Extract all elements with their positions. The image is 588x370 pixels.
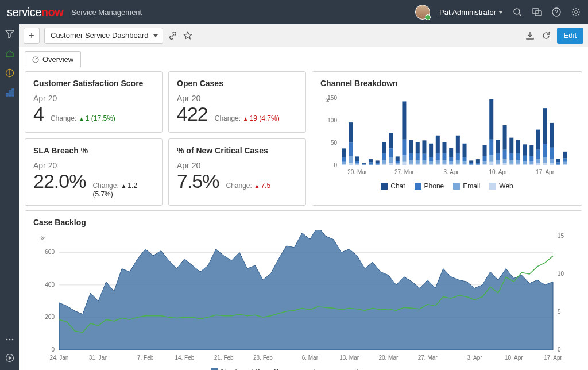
change-label: Change:: [226, 182, 252, 190]
svg-rect-132: [523, 161, 527, 164]
svg-text:10: 10: [558, 271, 564, 277]
dashboard-icon: [32, 56, 39, 63]
svg-rect-81: [436, 153, 440, 160]
card-backlog: Case Backlog 0200400600051015※24. Jan31.…: [25, 210, 582, 370]
svg-rect-73: [422, 154, 426, 161]
kpi-value: 422: [177, 103, 208, 125]
svg-rect-42: [369, 159, 373, 162]
svg-rect-115: [496, 164, 500, 165]
svg-rect-33: [355, 161, 359, 163]
svg-rect-25: [342, 157, 346, 162]
svg-rect-74: [422, 140, 426, 153]
legend-chat: Chat: [390, 182, 405, 190]
svg-rect-95: [463, 164, 467, 165]
svg-text:20. Mar: 20. Mar: [347, 169, 368, 175]
svg-rect-133: [523, 156, 527, 161]
home-icon[interactable]: [5, 48, 15, 59]
user-avatar[interactable]: [415, 5, 430, 20]
svg-rect-84: [442, 160, 446, 164]
svg-rect-118: [496, 140, 500, 153]
svg-rect-24: [342, 162, 346, 164]
settings-icon[interactable]: [571, 7, 581, 17]
link-icon[interactable]: [168, 30, 178, 41]
card-title: Channel Breakdown: [320, 79, 574, 88]
more-icon[interactable]: [5, 334, 15, 345]
svg-text:24. Jan: 24. Jan: [50, 354, 69, 361]
svg-rect-52: [389, 157, 393, 163]
svg-rect-82: [436, 136, 440, 153]
chat-icon[interactable]: [532, 7, 542, 17]
change-label: Change:: [215, 114, 241, 122]
svg-text:?: ?: [555, 9, 558, 16]
play-icon[interactable]: [5, 353, 15, 363]
export-icon[interactable]: [525, 30, 535, 41]
logo: servicenow: [7, 6, 63, 19]
caret-down-icon: [498, 11, 503, 14]
svg-text:100: 100: [327, 117, 337, 124]
top-bar: servicenow Service Management Pat Admini…: [0, 0, 588, 24]
add-button[interactable]: +: [24, 28, 40, 44]
svg-rect-47: [382, 164, 386, 165]
svg-rect-40: [369, 164, 373, 165]
svg-rect-105: [476, 163, 480, 164]
svg-rect-63: [409, 164, 413, 165]
dashboard-select[interactable]: Customer Service Dashboard: [44, 28, 163, 44]
star-icon[interactable]: [183, 30, 193, 41]
svg-rect-97: [463, 157, 467, 161]
delta: 1 (17.5%): [79, 114, 115, 122]
svg-rect-131: [523, 164, 527, 165]
svg-rect-57: [396, 161, 400, 163]
tab-overview[interactable]: Overview: [25, 51, 81, 67]
svg-text:28. Feb: 28. Feb: [253, 354, 273, 361]
svg-rect-158: [563, 152, 567, 159]
svg-rect-41: [369, 163, 373, 164]
svg-rect-121: [503, 150, 507, 159]
svg-rect-62: [402, 101, 406, 139]
svg-rect-80: [436, 160, 440, 164]
svg-rect-148: [550, 159, 554, 163]
svg-rect-91: [456, 164, 460, 165]
svg-rect-128: [516, 160, 520, 164]
edit-button[interactable]: Edit: [557, 28, 583, 44]
refresh-icon[interactable]: [541, 30, 551, 41]
kpi-date: Apr 20: [177, 161, 297, 170]
search-icon[interactable]: [512, 7, 523, 17]
svg-rect-102: [469, 160, 473, 163]
svg-text:13. Mar: 13. Mar: [339, 354, 359, 361]
info-icon[interactable]: [5, 68, 15, 78]
svg-rect-104: [476, 164, 480, 165]
svg-rect-79: [436, 164, 440, 165]
card-sla: SLA Breach % Apr 20 22.0% Change: 1.2 (5…: [25, 138, 163, 206]
svg-rect-116: [496, 160, 500, 164]
svg-rect-125: [509, 153, 513, 160]
svg-rect-68: [416, 160, 420, 164]
svg-rect-93: [456, 153, 460, 160]
svg-rect-59: [402, 162, 406, 165]
user-menu[interactable]: Pat Administrator: [439, 8, 503, 17]
svg-text:20. Mar: 20. Mar: [378, 354, 399, 361]
svg-rect-28: [349, 156, 353, 163]
svg-rect-136: [529, 161, 533, 164]
svg-rect-61: [402, 140, 406, 155]
svg-text:17. Apr: 17. Apr: [536, 169, 554, 175]
help-icon[interactable]: ?: [551, 7, 562, 17]
svg-rect-58: [396, 156, 400, 161]
svg-rect-134: [523, 144, 527, 156]
delta: 7.5: [254, 182, 271, 190]
filter-icon[interactable]: [5, 29, 15, 39]
svg-rect-70: [416, 142, 420, 153]
svg-text:27. Mar: 27. Mar: [418, 354, 438, 361]
card-title: % of New Critical Cases: [177, 146, 297, 155]
svg-text:0: 0: [558, 346, 561, 353]
svg-rect-153: [556, 163, 560, 164]
svg-text:5: 5: [558, 309, 561, 315]
card-crit: % of New Critical Cases Apr 20 7.5% Chan…: [168, 138, 306, 206]
svg-rect-60: [402, 155, 406, 162]
sidebar: [0, 24, 19, 370]
svg-text:21. Feb: 21. Feb: [214, 354, 234, 361]
svg-rect-126: [509, 138, 513, 153]
backlog-chart: 0200400600051015※24. Jan31. Jan7. Feb14.…: [33, 230, 579, 363]
svg-rect-37: [362, 164, 366, 165]
chart-icon[interactable]: [5, 87, 15, 98]
svg-rect-87: [449, 164, 453, 165]
